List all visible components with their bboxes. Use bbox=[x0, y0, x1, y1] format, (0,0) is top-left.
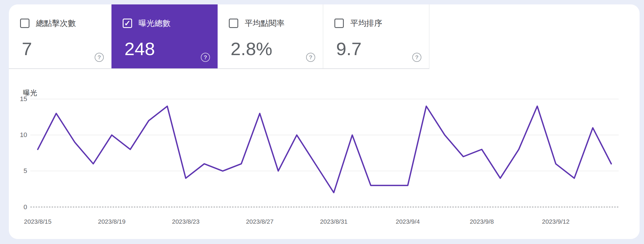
x-axis-tick-label: 2023/8/31 bbox=[307, 218, 360, 225]
y-axis-tick-label: 5 bbox=[8, 167, 27, 175]
x-axis-tick-label: 2023/8/23 bbox=[159, 218, 212, 225]
x-axis-tick-label: 2023/8/19 bbox=[85, 218, 138, 225]
y-axis-tick-label: 10 bbox=[8, 131, 27, 139]
x-axis-tick-label: 2023/9/12 bbox=[529, 218, 582, 225]
page: 總點擊次數 7 ? ✓ 曝光總數 248 ? 平均點閱率 2.8% ? 平均排序… bbox=[0, 0, 644, 244]
x-axis-tick-label: 2023/8/15 bbox=[11, 218, 64, 225]
impressions-line-chart[interactable] bbox=[0, 0, 644, 244]
y-axis-tick-label: 0 bbox=[8, 203, 27, 211]
x-axis-tick-label: 2023/9/8 bbox=[455, 218, 508, 225]
y-axis-tick-label: 15 bbox=[8, 95, 27, 103]
x-axis-tick-label: 2023/9/4 bbox=[381, 218, 434, 225]
x-axis-tick-label: 2023/8/27 bbox=[233, 218, 286, 225]
